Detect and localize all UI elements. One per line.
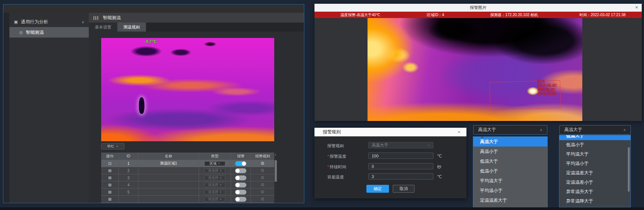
duration-field[interactable]: [368, 163, 433, 169]
type-select[interactable]: 请选择∨: [204, 197, 225, 202]
scroll-up-icon[interactable]: ∧: [275, 153, 276, 156]
menu-option[interactable]: 平均温小于: [473, 186, 547, 195]
menu-option[interactable]: 平均温小于: [559, 159, 630, 168]
sidebar-item-label: 智能测温: [26, 29, 44, 36]
tab-bar: 基本设置 测温规则: [89, 23, 304, 32]
row-id: 5: [119, 189, 138, 195]
menu-option[interactable]: 低温小于: [473, 166, 547, 176]
palette-select[interactable]: 铁红 ∨: [101, 143, 125, 150]
gear-icon[interactable]: ⚙: [261, 175, 265, 180]
gear-icon[interactable]: ⚙: [261, 189, 265, 195]
alarm-toggle[interactable]: [235, 161, 246, 166]
gear-icon[interactable]: ⚙: [261, 161, 265, 166]
chevron-down-icon: ∨: [220, 183, 222, 186]
menu-option[interactable]: 异常温升大于: [559, 187, 630, 196]
add-region-icon[interactable]: ⊞: [108, 175, 111, 180]
thermal-preview-canvas[interactable]: -9.7℃: [101, 38, 274, 141]
scrollbar-thumb[interactable]: [275, 160, 277, 182]
window-top-strip: [3, 5, 304, 13]
chevron-down-icon: ∨: [82, 20, 84, 24]
duration-input[interactable]: [368, 163, 433, 169]
col-header-type: 类型: [199, 153, 231, 160]
table-row[interactable]: ⊞ 2 请选择∨ ⚙: [101, 167, 277, 174]
menu-option[interactable]: 平均温大于: [473, 176, 547, 186]
tab-basic-settings[interactable]: 基本设置: [89, 23, 117, 32]
tolerance-field[interactable]: [368, 173, 433, 180]
row-name: [138, 167, 199, 174]
menu-option[interactable]: 定温温差大于: [473, 195, 547, 205]
rule-type-dropdown-a[interactable]: 高温大于 ∧: [473, 125, 547, 134]
menu-option[interactable]: 定温温差大于: [559, 168, 630, 178]
rule-type-dropdown-b[interactable]: 高温大于 ∧: [559, 125, 631, 134]
add-region-icon[interactable]: ⊞: [108, 190, 111, 195]
menu-option[interactable]: 定温温差小于: [559, 178, 630, 187]
dialog-title: 报警图片: [470, 5, 486, 11]
close-icon[interactable]: ×: [457, 129, 460, 135]
type-select[interactable]: 请选择∨: [204, 183, 225, 187]
col-header-op: 操作: [101, 153, 119, 160]
alarm-toggle[interactable]: [235, 175, 246, 180]
confirm-button[interactable]: 确定: [366, 185, 389, 193]
screen: ▣ 通用行为分析 ∨ ◎ 智能测温 ||| 智能测温 基本设置 测温规则 -9.…: [0, 0, 644, 210]
duration-label: *持续时间: [327, 164, 366, 170]
cancel-button[interactable]: 取消: [393, 185, 415, 193]
add-region-icon[interactable]: ⊞: [108, 197, 111, 202]
row-id: 1: [119, 160, 138, 167]
table-row[interactable]: ⊞ 5 请选择∨ ⚙: [101, 189, 277, 196]
menu-option[interactable]: 低温大于: [473, 156, 547, 166]
sidebar-item-smart-thermometry[interactable]: ◎ 智能测温: [9, 27, 89, 38]
gear-icon[interactable]: ⚙: [261, 182, 265, 187]
tab-measure-rules[interactable]: 测温规则: [117, 23, 146, 32]
type-select[interactable]: 请选择∨: [204, 168, 225, 173]
type-select[interactable]: 区域∨: [204, 161, 225, 166]
close-icon[interactable]: ×: [635, 5, 638, 10]
rule-type-select[interactable]: 高温大于∨: [368, 142, 433, 148]
table-row[interactable]: ⊞ 3 请选择∨ ⚙: [101, 174, 277, 181]
alarm-temp-field[interactable]: [368, 153, 433, 159]
alarm-toggle[interactable]: [235, 183, 246, 187]
rule-type-menu-a: 高温大于 高温小于 低温大于 低温小于 平均温大于 平均温小于 定温温差大于 定…: [473, 136, 548, 208]
gear-icon[interactable]: ⚙: [261, 196, 265, 202]
alarm-temp-input[interactable]: [368, 153, 433, 159]
menu-option[interactable]: 高温大于: [473, 137, 547, 147]
menu-option-partial[interactable]: 低温大于: [559, 135, 630, 140]
dialog-title: 报警规则: [323, 129, 341, 135]
row-name: 测温区域1: [138, 160, 199, 167]
sidebar: ▣ 通用行为分析 ∨ ◎ 智能测温: [9, 13, 89, 203]
row-name: [138, 189, 199, 195]
table-row[interactable]: ⊞ 请选择∨ ⚙: [101, 196, 277, 203]
sidebar-group-behavior-analysis[interactable]: ▣ 通用行为分析 ∨: [9, 17, 89, 27]
chevron-up-icon: ∧: [540, 128, 542, 132]
tolerance-input[interactable]: [368, 173, 433, 180]
menu-option[interactable]: 高温小于: [473, 147, 547, 156]
measure-region-table: 操作 ID 名称 类型 报警 报警规则 ⊡ 1 测温区域1 区域∨ ⚙ ⊞: [101, 153, 277, 203]
add-region-icon[interactable]: ⊞: [108, 183, 111, 187]
main-content: ||| 智能测温 基本设置 测温规则 -9.7℃ 铁红 ∨ 操作 ID 名称: [89, 13, 304, 203]
row-name: [138, 181, 199, 188]
alarm-temp-label: *报警温度: [327, 154, 366, 159]
menu-option[interactable]: 低温小于: [559, 140, 630, 150]
row-id: 2: [119, 167, 138, 174]
table-row[interactable]: ⊡ 1 测温区域1 区域∨ ⚙: [101, 160, 277, 167]
menu-option[interactable]: 异常温降大于: [559, 196, 630, 206]
table-scrollbar[interactable]: ∧: [274, 153, 277, 203]
alarm-toggle[interactable]: [235, 197, 246, 202]
alarm-toggle[interactable]: [235, 168, 246, 173]
type-select[interactable]: 请选择∨: [204, 175, 225, 180]
panel-header: ||| 智能测温: [89, 13, 304, 23]
alarm-toggle[interactable]: [235, 190, 246, 195]
duration-unit: 秒: [437, 164, 441, 170]
gear-icon[interactable]: ⚙: [261, 168, 265, 173]
col-header-rule: 报警规则: [251, 153, 274, 160]
region-draw-icon[interactable]: ⊡: [108, 161, 111, 166]
scrollbar-thumb[interactable]: [628, 147, 630, 192]
alarm-thermal-image: ID:4 MAX:45.8C MIN:25.0C AVG:28.0C: [368, 18, 582, 121]
col-header-name: 名称: [138, 153, 199, 160]
chevron-down-icon: ∨: [427, 144, 430, 147]
row-id: 3: [119, 174, 138, 181]
menu-option[interactable]: 平均温大于: [559, 150, 630, 159]
table-row[interactable]: ⊞ 4 请选择∨ ⚙: [101, 181, 277, 189]
time-text: 时间：2022-03-02 17:21:38: [563, 12, 642, 18]
add-region-icon[interactable]: ⊞: [108, 168, 111, 173]
type-select[interactable]: 请选择∨: [204, 190, 225, 195]
